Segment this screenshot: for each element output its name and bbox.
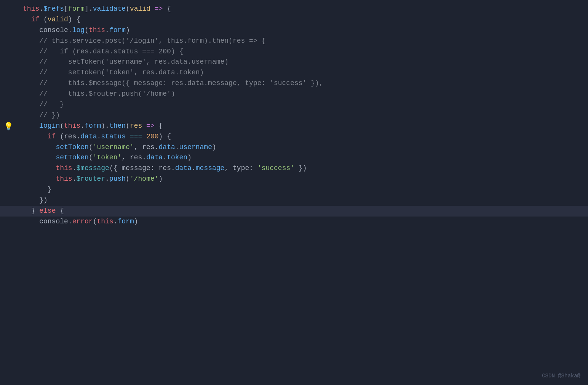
indent (23, 195, 39, 206)
token: ) (187, 152, 192, 163)
token (56, 132, 60, 142)
code-line: setToken('username', res.data.username) (0, 142, 588, 153)
indent (23, 25, 39, 36)
token: console (39, 25, 68, 36)
token: // if (res.data.status === 200) { (39, 47, 183, 57)
token: . (80, 121, 85, 132)
token: if (31, 14, 40, 25)
token: , (121, 152, 126, 163)
token: { (76, 14, 80, 25)
token: this (56, 163, 72, 174)
token: . (171, 163, 175, 174)
token: { (159, 121, 163, 132)
code-line: this.$router.push('/home') (0, 174, 588, 184)
indent (23, 14, 31, 25)
token: ( (85, 25, 89, 36)
token: valid (48, 14, 68, 25)
indent (23, 152, 56, 163)
code-line: setToken('token', res.data.token) (0, 152, 588, 163)
token: message (118, 163, 150, 174)
indent (23, 57, 39, 67)
code-line: console.log(this.form) (0, 25, 588, 36)
token: if (48, 132, 56, 142)
code-line: // this.$router.push('/home') (0, 89, 588, 99)
token (163, 4, 167, 14)
token: form (118, 217, 134, 227)
token: 200 (146, 132, 158, 142)
token: ( (89, 142, 93, 153)
token: type (233, 163, 249, 174)
token (155, 121, 159, 132)
indent (23, 99, 39, 110)
token: . (113, 217, 118, 227)
token: 'token' (93, 152, 122, 163)
token: // this.$message({ message: res.data.mes… (39, 78, 323, 89)
indent (23, 174, 56, 184)
token: . (68, 25, 72, 36)
token: , (134, 142, 138, 153)
token: } (299, 163, 303, 174)
token: { (167, 132, 171, 142)
code-line: this.$message({ message: res.data.messag… (0, 163, 588, 174)
token: then (109, 121, 126, 132)
token: 'username' (93, 142, 134, 153)
token: . (39, 4, 43, 14)
token: validate (93, 4, 126, 14)
token: ) (212, 142, 216, 153)
token: => (146, 121, 155, 132)
token: 'success' (257, 163, 294, 174)
token: . (105, 25, 109, 36)
token (142, 121, 146, 132)
token: ) (303, 163, 307, 174)
indent (23, 206, 31, 217)
token: ) (134, 217, 138, 227)
token: this (64, 121, 80, 132)
code-line: this.$refs[form].validate(valid => { (0, 4, 588, 14)
token: this (89, 25, 105, 36)
token: data (159, 142, 175, 153)
token (72, 14, 77, 25)
token: ( (60, 121, 64, 132)
token: push (109, 174, 126, 184)
token: status (101, 132, 126, 142)
token: === (130, 132, 142, 142)
indent (23, 121, 39, 132)
token: : (150, 163, 159, 174)
token: $refs (43, 4, 64, 14)
token: data (80, 132, 97, 142)
token: console (39, 217, 68, 227)
token: ( (89, 152, 93, 163)
token: . (105, 174, 109, 184)
token (35, 206, 39, 217)
token: ) (159, 132, 163, 142)
token: : (249, 163, 257, 174)
token: { (167, 4, 171, 14)
code-line: // }) (0, 110, 588, 121)
token: . (175, 142, 179, 153)
indent (23, 36, 39, 47)
token: else (39, 206, 56, 217)
token: $message (76, 163, 109, 174)
indent (23, 78, 39, 89)
code-line: if (res.data.status === 200) { (0, 132, 588, 142)
token: [ (64, 4, 68, 14)
token: valid (130, 4, 150, 14)
token: $router (76, 174, 105, 184)
token: // this.$router.push('/home') (39, 89, 175, 99)
token: ( (126, 121, 130, 132)
token: ] (85, 4, 89, 14)
token: , (224, 163, 228, 174)
token: // } (39, 99, 64, 110)
token: res (159, 163, 171, 174)
indent (23, 132, 48, 142)
indent (23, 89, 39, 99)
token: . (97, 132, 101, 142)
token: ( (93, 217, 97, 227)
token: '/home' (130, 174, 159, 184)
token: ) (101, 121, 105, 132)
token: ( (126, 174, 130, 184)
token: // setToken('token', res.data.token) (39, 67, 204, 78)
token: data (175, 163, 192, 174)
token: setToken (56, 152, 88, 163)
token: => (155, 4, 163, 14)
